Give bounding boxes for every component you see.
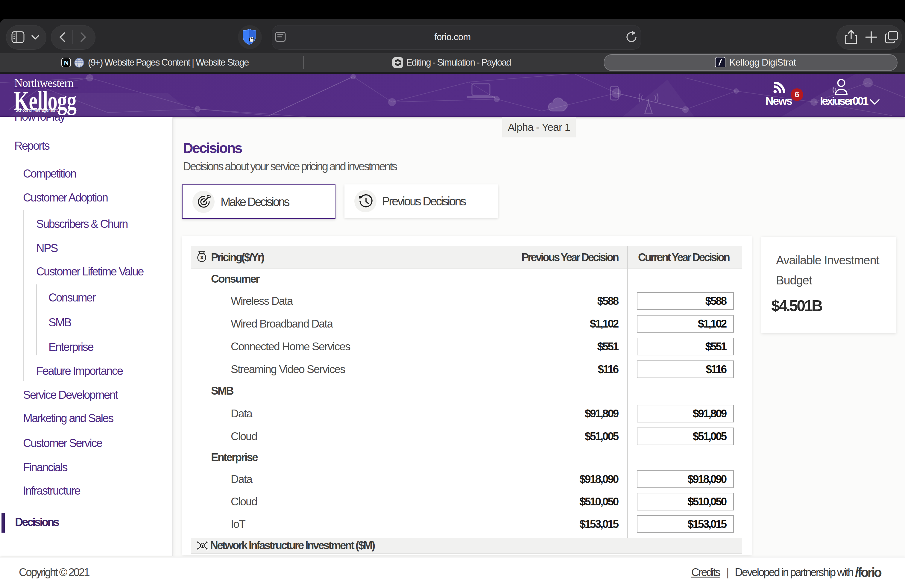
svg-text:N: N: [64, 59, 68, 67]
svg-text:$: $: [200, 255, 203, 260]
